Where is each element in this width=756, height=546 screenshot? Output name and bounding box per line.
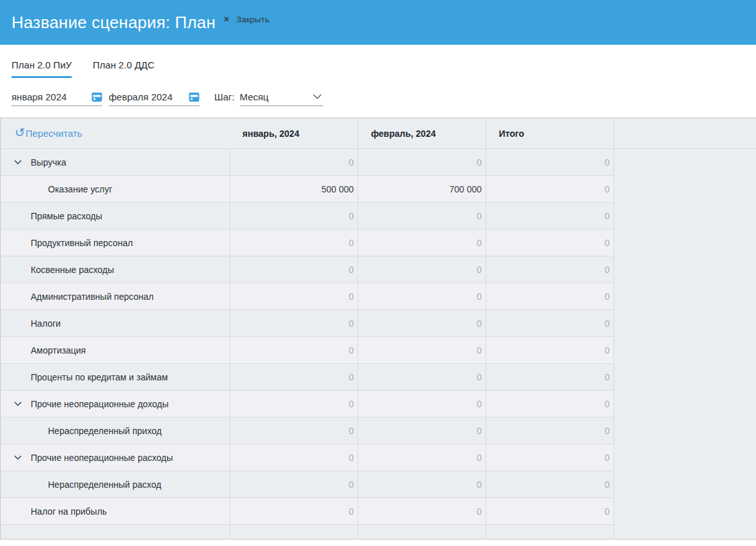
row-filler [613,175,756,202]
cell-february[interactable]: 0 [358,148,485,175]
column-header-january: январь, 2024 [230,118,358,148]
tab-bar: План 2.0 ПиУ План 2.0 ДДС [0,45,756,78]
refresh-icon: ↺ [15,127,25,139]
cell-february[interactable]: 0 [358,444,485,471]
date-from-field[interactable]: января 2024 [12,91,102,106]
page-title: Название сценария: План [12,13,216,33]
cell-january[interactable]: 0 [230,444,358,471]
table-row: Налоги 0 0 0 [1,309,756,336]
cell-total[interactable]: 0 [485,390,613,417]
cell-january[interactable]: 0 [230,202,358,229]
table-row: Оказание услуг 500 000 700 000 0 [1,175,756,202]
filter-bar: января 2024 февраля 2024 Шаг: Месяц [12,86,756,106]
cell-february[interactable]: 0 [358,417,485,444]
chevron-down-icon[interactable] [13,453,22,462]
header-filler [613,118,756,148]
cell-february[interactable]: 0 [358,229,485,256]
cell-january[interactable]: 0 [230,309,358,336]
cell-total[interactable]: 0 [485,175,613,202]
row-label-cell: Административный персонал [1,283,230,309]
tab-plan-piu[interactable]: План 2.0 ПиУ [12,59,72,78]
cell-february[interactable]: 0 [358,336,485,363]
row-filler [613,336,756,363]
row-label-cell: Нераспределенный расход [1,471,230,497]
cell-february[interactable]: 0 [358,256,485,283]
row-filler [613,283,756,309]
cell-february[interactable]: 0 [358,202,485,229]
row-label-cell: Налоги [1,309,230,336]
row-label-cell: Проценты по кредитам и займам [1,363,230,390]
remove-scenario-icon[interactable]: × [224,15,229,24]
row-label: Нераспределенный расход [48,480,161,490]
calendar-icon[interactable] [189,91,200,102]
row-filler [613,256,756,283]
row-filler [613,202,756,229]
cell-february[interactable]: 0 [358,309,485,336]
cell-january[interactable]: 0 [230,390,358,417]
row-filler [613,148,756,175]
cell-total[interactable]: 0 [485,336,613,363]
row-label-cell: Оказание услуг [1,175,230,202]
row-label: Налоги [31,318,61,329]
cell-february[interactable]: 0 [358,283,485,309]
row-filler [613,471,756,497]
table-row: Нераспределенный расход 0 0 0 [1,471,756,497]
row-label-cell: Амортизация [1,336,230,363]
table-row: Косвенные расходы 0 0 0 [1,256,756,283]
table-body: Выручка 0 0 0 Оказание услуг 500 000 700… [1,148,756,524]
table-row: Продуктивный персонал 0 0 0 [1,229,756,256]
row-filler [613,497,756,524]
close-button[interactable]: Закрыть [236,15,269,24]
cell-january[interactable]: 0 [230,363,358,390]
row-label: Оказание услуг [48,184,113,194]
table-row: Выручка 0 0 0 [1,148,756,175]
tab-plan-dds[interactable]: План 2.0 ДДС [93,59,155,78]
cell-january[interactable]: 0 [230,336,358,363]
plan-table: ↺Пересчитать январь, 2024 февраль, 2024 … [0,118,756,540]
cell-total[interactable]: 0 [485,497,613,524]
cell-february[interactable]: 700 000 [358,175,485,202]
cell-total[interactable]: 0 [485,229,613,256]
step-select[interactable]: Месяц [240,91,323,106]
cell-total[interactable]: 0 [485,148,613,175]
cell-february[interactable]: 0 [358,390,485,417]
cell-total[interactable]: 0 [485,309,613,336]
cell-january[interactable]: 500 000 [230,175,358,202]
calendar-icon[interactable] [91,91,102,102]
recalculate-button[interactable]: ↺Пересчитать [1,127,83,139]
table-row: Амортизация 0 0 0 [1,336,756,363]
cell-january[interactable]: 0 [230,148,358,175]
row-label: Косвенные расходы [31,265,114,275]
row-filler [613,309,756,336]
cell-total[interactable]: 0 [485,417,613,444]
cell-total[interactable]: 0 [485,283,613,309]
row-label: Проценты по кредитам и займам [31,372,168,382]
cell-total[interactable]: 0 [485,256,613,283]
cell-february[interactable]: 0 [358,363,485,390]
recalculate-label: Пересчитать [26,128,83,139]
date-from-value: января 2024 [12,91,67,102]
date-to-value: февраля 2024 [109,91,173,102]
chevron-down-icon[interactable] [13,400,22,408]
row-label-cell: Прочие неоперационные расходы [1,444,230,471]
cell-february[interactable]: 0 [358,497,485,524]
cell-total[interactable]: 0 [485,444,613,471]
cell-total[interactable]: 0 [485,471,613,497]
chevron-down-icon[interactable] [13,158,22,166]
step-select-value: Месяц [240,91,269,102]
cell-january[interactable]: 0 [230,471,358,497]
table-row: Административный персонал 0 0 0 [1,283,756,309]
cell-total[interactable]: 0 [485,202,613,229]
cell-total[interactable]: 0 [485,363,613,390]
row-filler [613,229,756,256]
cell-january[interactable]: 0 [230,229,358,256]
table-row: Прочие неоперационные расходы 0 0 0 [1,444,756,471]
cell-february[interactable]: 0 [358,471,485,497]
cell-january[interactable]: 0 [230,256,358,283]
cell-january[interactable]: 0 [230,497,358,524]
date-to-field[interactable]: февраля 2024 [109,91,200,106]
cell-january[interactable]: 0 [230,283,358,309]
cell-january[interactable]: 0 [230,417,358,444]
row-filler [613,417,756,444]
row-label-cell: Прочие неоперационные доходы [1,390,230,417]
